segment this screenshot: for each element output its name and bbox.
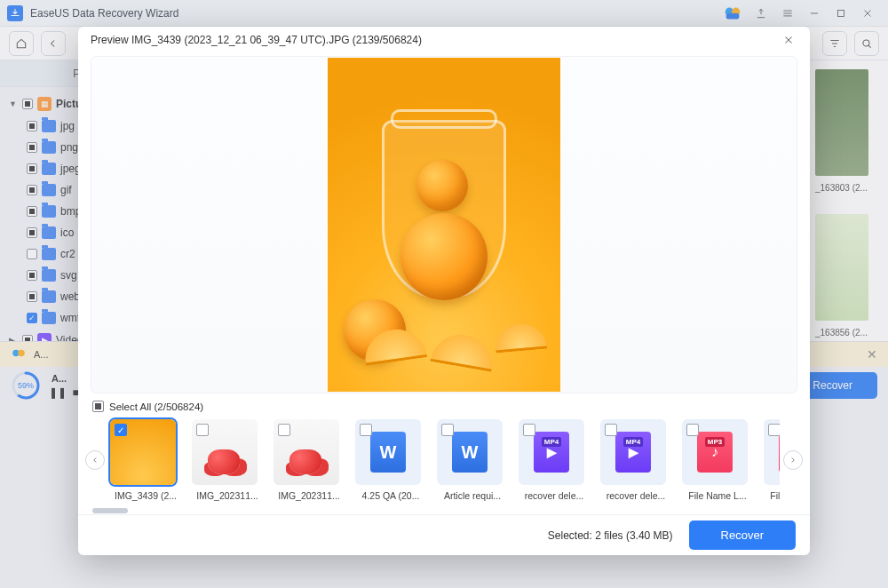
thumb-name: 4.25 QA (20... — [355, 490, 426, 501]
modal-recover-button[interactable]: Recover — [689, 520, 796, 550]
mp4-icon — [534, 432, 569, 473]
thumb-name: IMG_202311... — [274, 490, 345, 501]
thumb-card[interactable]: IMG_202311... — [192, 419, 265, 501]
thumb-card[interactable]: recover dele... — [600, 419, 673, 501]
word-icon — [452, 432, 488, 473]
thumb-checkbox[interactable] — [605, 424, 617, 436]
thumb-checkbox[interactable] — [278, 424, 290, 436]
preview-image — [328, 58, 560, 392]
modal-close-button[interactable] — [780, 31, 797, 49]
thumbnail-strip: IMG_3439 (2... IMG_202311... IMG_202311.… — [108, 416, 780, 505]
select-all-checkbox[interactable] — [92, 401, 104, 412]
thumb-checkbox[interactable] — [115, 424, 127, 436]
thumb-checkbox[interactable] — [686, 424, 699, 436]
strip-next-button[interactable] — [783, 450, 803, 470]
mp4-icon — [615, 432, 651, 473]
thumb-card[interactable]: File Name L... — [682, 419, 755, 501]
thumb-name: IMG_3439 (2... — [110, 490, 181, 501]
strip-scrollbar[interactable] — [92, 508, 796, 514]
mp3-icon — [697, 432, 733, 473]
thumb-name: Article requi... — [437, 490, 508, 501]
preview-modal: Preview IMG_3439 (2023_12_21 06_39_47 UT… — [78, 27, 810, 555]
thumb-checkbox[interactable] — [441, 424, 454, 436]
thumb-card[interactable]: Article requi... — [437, 419, 510, 501]
thumb-name: recover dele... — [600, 490, 671, 501]
thumb-name: recover dele... — [519, 490, 590, 501]
word-icon — [370, 432, 406, 473]
thumb-card[interactable]: IMG_202311... — [274, 419, 346, 501]
thumb-name: File Name L... — [682, 490, 753, 501]
strip-prev-button[interactable] — [85, 450, 105, 470]
select-all-label: Select All (2/506824) — [109, 401, 203, 412]
thumb-card[interactable]: IMG_3439 (2... — [110, 419, 183, 501]
modal-selected-info: Selected: 2 files (3.40 MB) — [548, 529, 673, 542]
thumb-card[interactable]: recover dele... — [519, 419, 591, 501]
mp3-icon — [779, 432, 780, 473]
thumb-checkbox[interactable] — [768, 424, 780, 436]
thumb-checkbox[interactable] — [523, 424, 535, 436]
preview-area — [91, 56, 797, 393]
modal-title: Preview IMG_3439 (2023_12_21 06_39_47 UT… — [91, 34, 422, 46]
thumb-checkbox[interactable] — [360, 424, 372, 436]
thumb-name: File Name L... — [764, 490, 780, 501]
thumb-checkbox[interactable] — [196, 424, 209, 436]
thumb-card[interactable]: File Name L... — [764, 419, 780, 501]
thumb-name: IMG_202311... — [192, 490, 263, 501]
thumb-card[interactable]: 4.25 QA (20... — [355, 419, 428, 501]
modal-overlay: Preview IMG_3439 (2023_12_21 06_39_47 UT… — [0, 0, 888, 588]
